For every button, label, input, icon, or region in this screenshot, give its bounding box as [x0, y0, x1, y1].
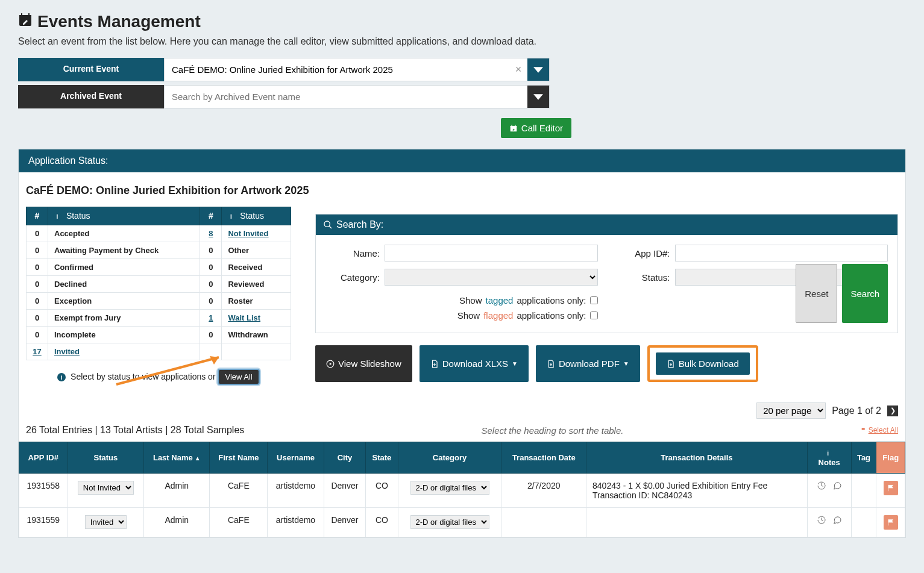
- appid-input[interactable]: [675, 245, 888, 261]
- status-label[interactable]: Not Invited: [222, 225, 291, 242]
- select-hint: i Select by status to view applications …: [26, 360, 291, 385]
- file-download-icon: [547, 360, 555, 368]
- cell-app-id: 1931558: [19, 473, 68, 507]
- cell-notes: [807, 473, 851, 507]
- flag-button[interactable]: [884, 515, 898, 530]
- status-count: 8: [200, 225, 222, 242]
- download-pdf-button[interactable]: Download PDF ▼: [536, 345, 640, 382]
- status-label: Confirmed: [48, 258, 200, 275]
- cell-tag[interactable]: [851, 473, 876, 507]
- status-select[interactable]: Not Invited: [78, 481, 134, 495]
- th-state[interactable]: State: [366, 442, 398, 474]
- cell-tx-details: 840243 - 1 X $0.00 Juried Exhibition Ent…: [586, 473, 808, 507]
- info-icon: i: [57, 373, 66, 381]
- svg-rect-7: [511, 125, 517, 127]
- search-header: Search By:: [316, 214, 897, 235]
- th-tx-details[interactable]: Transaction Details: [586, 442, 808, 474]
- status-count: 1: [200, 309, 222, 326]
- comment-icon[interactable]: [832, 515, 842, 525]
- reset-button[interactable]: Reset: [796, 264, 837, 323]
- status-th-status: i Status: [48, 207, 200, 225]
- cell-status: Invited: [68, 507, 144, 537]
- status-count: 0: [27, 275, 48, 292]
- th-category[interactable]: Category: [398, 442, 501, 474]
- archived-event-dropdown[interactable]: [527, 86, 549, 108]
- comment-icon[interactable]: [832, 481, 842, 490]
- search-button[interactable]: Search: [842, 264, 888, 323]
- table-row: 1931558Not InvitedAdminCaFEartistdemoDen…: [19, 473, 905, 507]
- category-select[interactable]: [385, 269, 598, 286]
- event-title: CaFÉ DEMO: Online Juried Exhibition for …: [19, 172, 905, 207]
- next-page-button[interactable]: ❯: [887, 405, 898, 416]
- name-input[interactable]: [385, 245, 598, 261]
- calendar-icon: [509, 124, 518, 133]
- cell-city: Denver: [324, 507, 365, 537]
- status-label: Exempt from Jury: [48, 309, 200, 326]
- category-select[interactable]: 2-D or digital files: [410, 515, 489, 529]
- current-event-row: Current Event ×: [18, 58, 906, 81]
- cell-flag: [876, 473, 905, 507]
- status-label: Exception: [48, 292, 200, 309]
- calendar-edit-icon: [18, 12, 33, 31]
- status-label: Accepted: [48, 225, 200, 242]
- status-count: 0: [27, 225, 48, 242]
- application-status-section: Application Status: CaFÉ DEMO: Online Ju…: [18, 149, 906, 538]
- bulk-download-button[interactable]: Bulk Download: [656, 352, 750, 375]
- cell-city: Denver: [324, 473, 365, 507]
- archived-event-label: Archived Event: [18, 85, 164, 108]
- status-label[interactable]: Invited: [48, 343, 200, 360]
- per-page-select[interactable]: 20 per page: [756, 402, 826, 419]
- cell-tag[interactable]: [851, 507, 876, 537]
- cell-state: CO: [366, 473, 398, 507]
- status-count: 0: [200, 326, 222, 343]
- search-box: Search By: Name: App ID#: Category: Stat…: [315, 214, 898, 333]
- view-all-button[interactable]: View All: [218, 369, 259, 385]
- th-username[interactable]: Username: [268, 442, 324, 474]
- status-label[interactable]: Wait List: [222, 309, 291, 326]
- svg-rect-2: [21, 13, 22, 16]
- cell-last-name: Admin: [144, 507, 210, 537]
- svg-point-12: [324, 221, 330, 227]
- info-icon: i: [53, 213, 61, 221]
- current-event-input[interactable]: [165, 58, 509, 81]
- category-select[interactable]: 2-D or digital files: [410, 481, 489, 495]
- file-download-icon: [430, 360, 439, 368]
- flagged-row: Show flagged applications only:: [325, 308, 598, 323]
- tagged-checkbox[interactable]: [590, 296, 598, 304]
- history-icon[interactable]: [817, 481, 826, 490]
- chevron-down-icon: [533, 67, 543, 73]
- view-slideshow-button[interactable]: View Slideshow: [315, 345, 412, 382]
- status-count: 0: [200, 275, 222, 292]
- th-city[interactable]: City: [324, 442, 365, 474]
- history-icon[interactable]: [817, 515, 826, 525]
- select-all-link[interactable]: Select All: [861, 426, 898, 434]
- th-status[interactable]: Status: [68, 442, 144, 474]
- tagged-row: Show tagged applications only:: [325, 293, 598, 308]
- current-event-dropdown[interactable]: [527, 58, 549, 81]
- svg-rect-9: [515, 125, 515, 126]
- sort-hint: Select the heading to sort the table.: [244, 425, 860, 436]
- th-notes[interactable]: iNotes: [807, 442, 851, 474]
- status-label: Awaiting Payment by Check: [48, 242, 200, 258]
- download-xlsx-button[interactable]: Download XLXS ▼: [420, 345, 529, 382]
- th-tag[interactable]: Tag: [851, 442, 876, 474]
- status-label: Roster: [222, 292, 291, 309]
- th-tx-date[interactable]: Transaction Date: [501, 442, 586, 474]
- current-event-label: Current Event: [18, 58, 164, 81]
- cell-category: 2-D or digital files: [398, 473, 501, 507]
- flagged-checkbox[interactable]: [590, 312, 598, 319]
- section-header: Application Status:: [19, 149, 905, 172]
- th-app-id[interactable]: APP ID#: [19, 442, 68, 474]
- status-th-count-2: #: [200, 207, 222, 225]
- flag-button[interactable]: [884, 481, 898, 495]
- svg-marker-15: [330, 362, 332, 365]
- th-flag[interactable]: Flag: [876, 442, 905, 474]
- archived-event-input[interactable]: [165, 86, 527, 108]
- status-select[interactable]: Invited: [85, 515, 127, 529]
- call-editor-button[interactable]: Call Editor: [501, 118, 571, 138]
- cell-tx-date: 2/7/2020: [501, 473, 586, 507]
- th-first-name[interactable]: First Name: [210, 442, 268, 474]
- th-last-name[interactable]: Last Name▲: [144, 442, 210, 474]
- status-count: 0: [27, 242, 48, 258]
- current-event-clear[interactable]: ×: [509, 58, 527, 81]
